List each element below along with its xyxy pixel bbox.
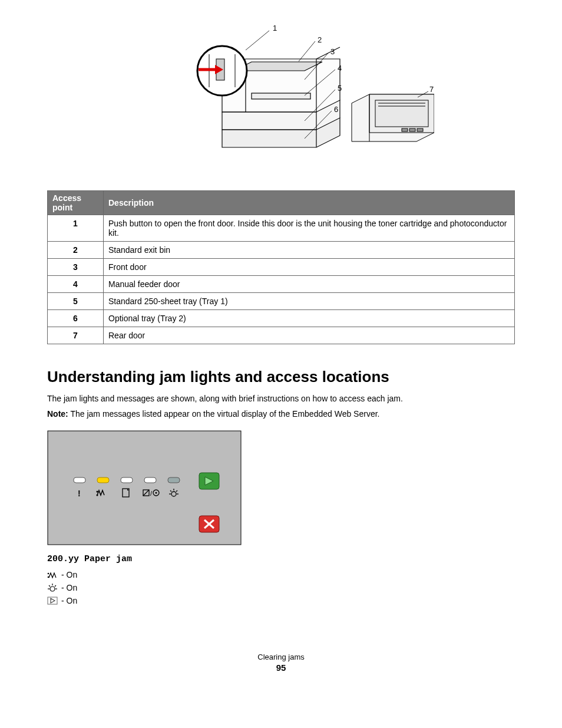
table-row: 5Standard 250-sheet tray (Tray 1) (48, 293, 515, 310)
table-row: 3Front door (48, 259, 515, 276)
status-text: - On (61, 570, 77, 579)
svg-line-59 (49, 585, 50, 587)
svg-line-13 (246, 31, 269, 50)
note-text: The jam messages listed appear on the vi… (68, 409, 380, 419)
jam-code: 200.yy Paper jam (47, 554, 515, 564)
svg-point-34 (97, 495, 98, 496)
svg-rect-32 (168, 477, 180, 483)
svg-point-55 (50, 587, 55, 591)
svg-line-60 (55, 585, 56, 587)
callout-1: 1 (273, 24, 277, 32)
svg-rect-30 (121, 477, 133, 483)
table-row: 7Rear door (48, 327, 515, 344)
svg-point-54 (48, 577, 49, 578)
table-row: 1Push button to open the front door. Ins… (48, 215, 515, 242)
page-footer: Clearing jams 95 (47, 653, 515, 673)
section-note: Note: The jam messages listed appear on … (47, 409, 515, 420)
callout-5: 5 (338, 84, 342, 93)
access-point-table: Access point Description 1Push button to… (47, 190, 515, 344)
svg-rect-31 (144, 477, 156, 483)
svg-line-14 (299, 41, 315, 61)
svg-rect-5 (252, 93, 310, 99)
status-text: - On (61, 596, 77, 605)
svg-rect-21 (402, 129, 408, 131)
cancel-button-graphic (199, 516, 219, 532)
jam-icon (47, 571, 58, 579)
svg-rect-22 (409, 129, 415, 131)
table-header-description: Description (104, 191, 515, 215)
table-row: 6Optional tray (Tray 2) (48, 310, 515, 327)
footer-section: Clearing jams (47, 653, 515, 661)
svg-rect-23 (417, 129, 423, 131)
table-row: 2Standard exit bin (48, 242, 515, 259)
jam-status-list: - On - On - On (47, 570, 515, 605)
section-intro: The jam lights and messages are shown, a… (47, 393, 515, 405)
svg-rect-20 (375, 100, 428, 127)
section-heading: Understanding jam lights and access loca… (47, 368, 515, 386)
callout-3: 3 (330, 47, 335, 56)
continue-icon (47, 597, 58, 605)
svg-point-41 (156, 492, 157, 494)
status-item: - On (47, 596, 515, 605)
svg-marker-62 (51, 598, 55, 603)
table-header-access-point: Access point (48, 191, 104, 215)
status-item: - On (47, 583, 515, 592)
printer-diagram: 1 2 3 4 5 6 7 (47, 24, 515, 179)
svg-rect-29 (97, 477, 109, 483)
callout-2: 2 (318, 35, 322, 44)
svg-point-53 (48, 573, 49, 575)
continue-button-graphic (199, 473, 219, 489)
svg-text:!: ! (78, 489, 81, 498)
callout-4: 4 (338, 64, 342, 73)
status-text: - On (61, 583, 77, 592)
status-item: - On (47, 570, 515, 579)
svg-rect-28 (74, 477, 85, 483)
callout-6: 6 (334, 105, 338, 114)
callout-7: 7 (429, 85, 434, 94)
svg-point-35 (97, 491, 98, 493)
note-label: Note: (47, 409, 68, 419)
page-number: 95 (47, 663, 515, 673)
table-row: 4Manual feeder door (48, 276, 515, 293)
svg-rect-61 (48, 597, 57, 604)
control-panel-diagram: ! / (47, 430, 515, 547)
toner-icon (47, 584, 58, 592)
